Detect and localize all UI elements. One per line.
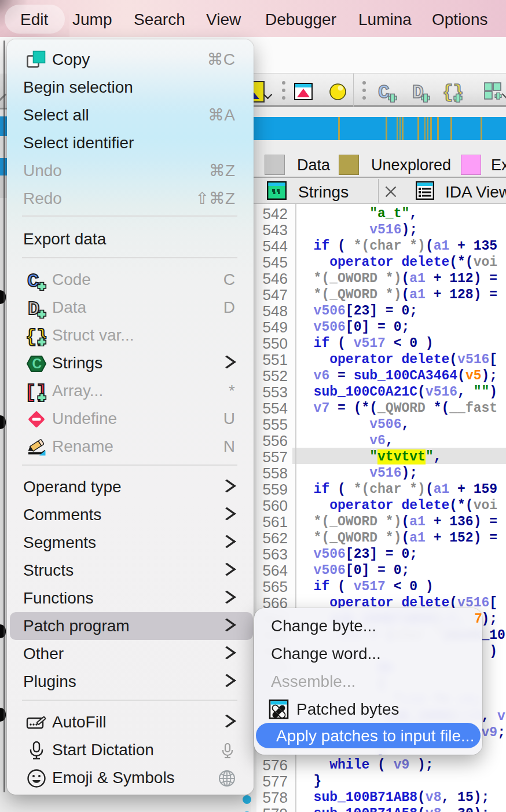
svg-text:C: C xyxy=(32,356,42,371)
svg-text:C: C xyxy=(27,270,39,291)
svg-text:C: C xyxy=(378,82,390,103)
